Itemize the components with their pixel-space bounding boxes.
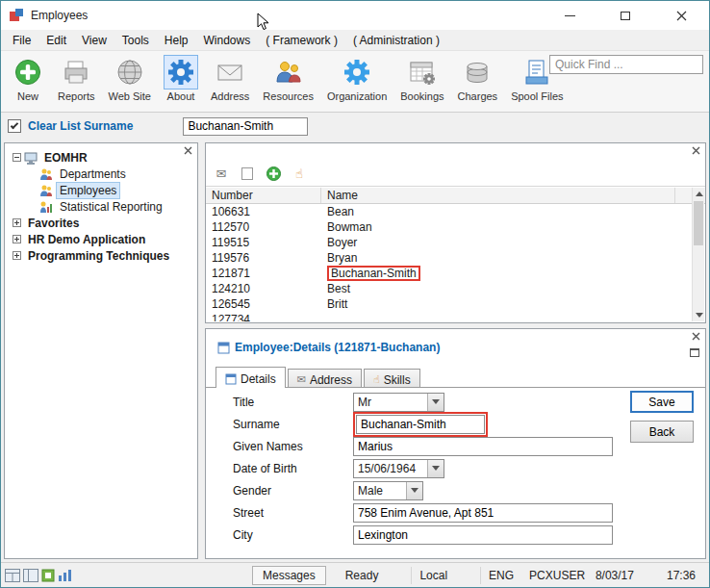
city-input[interactable] xyxy=(353,525,613,545)
close-icon[interactable] xyxy=(184,146,192,155)
about-button[interactable]: About xyxy=(158,55,204,103)
about-gear-icon xyxy=(165,56,197,89)
bookings-button[interactable]: Bookings xyxy=(393,55,450,103)
column-header-number[interactable]: Number xyxy=(206,188,321,203)
chart-icon[interactable] xyxy=(58,569,73,582)
messages-button[interactable]: Messages xyxy=(252,566,326,585)
street-input[interactable] xyxy=(353,503,613,523)
scroll-down-icon[interactable] xyxy=(693,309,705,321)
table-row[interactable]: 119576Bryan xyxy=(206,250,692,266)
clear-list-surname-label: Clear List Surname xyxy=(28,119,133,133)
status-language: ENG xyxy=(480,567,521,584)
given-names-input[interactable] xyxy=(353,437,613,456)
table-row[interactable]: 119515Boyer xyxy=(206,235,692,250)
collapse-icon[interactable] xyxy=(13,153,21,162)
expand-icon[interactable] xyxy=(13,251,21,260)
details-tabs: Details ✉ Address ☝ Skills xyxy=(216,367,422,388)
hand-icon[interactable]: ☝ xyxy=(292,166,307,181)
close-icon[interactable] xyxy=(692,332,700,341)
tab-skills[interactable]: ☝ Skills xyxy=(364,369,420,388)
tab-address[interactable]: ✉ Address xyxy=(288,369,362,388)
table-row[interactable]: 126545Britt xyxy=(206,296,692,312)
close-icon[interactable] xyxy=(692,146,700,155)
sidebar-item-hr-demo-application[interactable]: HR Demo Application xyxy=(5,231,197,247)
table-row-selected[interactable]: 121871Buchanan-Smith xyxy=(206,266,692,281)
surname-filter-input[interactable] xyxy=(183,117,308,136)
sidebar-item-favorites[interactable]: Favorites xyxy=(5,215,197,231)
scroll-up-icon[interactable] xyxy=(693,188,705,200)
add-icon[interactable] xyxy=(266,166,281,181)
web-site-button[interactable]: Web Site xyxy=(102,55,158,103)
date-of-birth-select[interactable]: 15/06/1964 xyxy=(353,459,444,478)
chevron-down-icon[interactable] xyxy=(406,482,422,499)
form-icon xyxy=(225,373,237,385)
status-time: 17:36 xyxy=(667,569,696,582)
resources-button[interactable]: Resources xyxy=(256,55,320,103)
menu-item-administration[interactable]: ( Administration ) xyxy=(345,31,447,50)
table-row[interactable]: 124210Best xyxy=(206,281,692,296)
details-panel-title: Employee:Details (121871-Buchanan) xyxy=(235,341,440,354)
menu-item-windows[interactable]: Windows xyxy=(196,31,259,50)
menu-item-help[interactable]: Help xyxy=(157,31,196,50)
menu-item-edit[interactable]: Edit xyxy=(38,31,74,50)
list-toolbar: ✉ ☝ xyxy=(214,163,307,184)
mail-icon[interactable]: ✉ xyxy=(214,166,229,181)
highlight-annotation xyxy=(353,412,488,437)
sidebar-item-eomhr[interactable]: EOMHR xyxy=(5,149,197,166)
restore-icon[interactable] xyxy=(690,348,699,357)
minimize-button[interactable] xyxy=(542,1,597,30)
table-row[interactable]: 127734 xyxy=(206,312,692,321)
column-header-name[interactable]: Name xyxy=(321,188,675,203)
title-select[interactable]: Mr xyxy=(353,393,444,412)
new-button[interactable]: New xyxy=(5,55,51,103)
vertical-scrollbar[interactable] xyxy=(692,188,704,321)
main-area: EOMHR Departments Employees Statistical … xyxy=(1,140,709,562)
back-button[interactable]: Back xyxy=(630,421,694,443)
app-icon xyxy=(9,8,24,23)
chevron-down-icon[interactable] xyxy=(427,394,444,411)
tab-details[interactable]: Details xyxy=(216,367,286,388)
expand-icon[interactable] xyxy=(13,218,21,227)
new-plus-icon xyxy=(12,56,44,89)
sidebar-item-departments[interactable]: Departments xyxy=(5,166,197,182)
sidebar-item-statistical-reporting[interactable]: Statistical Reporting xyxy=(5,198,197,215)
clear-list-checkbox[interactable] xyxy=(8,119,21,133)
table-row[interactable]: 112570Bowman xyxy=(206,219,692,235)
reports-button[interactable]: Reports xyxy=(51,55,102,103)
window-split-icon[interactable] xyxy=(23,569,38,582)
employee-details-panel: Employee:Details (121871-Buchanan) Detai… xyxy=(205,328,706,559)
gender-select[interactable]: Male xyxy=(353,481,423,500)
status-ready: Ready xyxy=(338,567,387,584)
new-window-icon[interactable] xyxy=(240,166,255,181)
menu-item-tools[interactable]: Tools xyxy=(114,31,157,50)
status-green-icon[interactable] xyxy=(41,569,55,582)
chevron-down-icon[interactable] xyxy=(427,460,444,477)
menu-item-framework[interactable]: ( Framework ) xyxy=(258,31,345,50)
surname-input[interactable] xyxy=(356,415,485,434)
scrollbar-thumb[interactable] xyxy=(694,201,703,245)
table-row[interactable]: 106631Bean xyxy=(206,204,692,219)
close-button[interactable] xyxy=(653,1,709,30)
organization-button[interactable]: Organization xyxy=(320,55,393,103)
menu-item-file[interactable]: File xyxy=(5,31,38,50)
field-label-street: Street xyxy=(233,506,353,520)
maximize-button[interactable] xyxy=(597,1,653,30)
save-button[interactable]: Save xyxy=(630,391,694,413)
divider xyxy=(206,186,705,187)
address-button[interactable]: Address xyxy=(204,55,256,103)
envelope-icon: ✉ xyxy=(297,373,306,386)
quick-find-input[interactable] xyxy=(549,55,703,74)
people-icon xyxy=(39,184,53,197)
status-date: 8/03/17 xyxy=(596,569,634,582)
field-label-given-names: Given Names xyxy=(233,440,353,453)
sidebar-item-employees[interactable]: Employees xyxy=(5,182,197,198)
charges-button[interactable]: Charges xyxy=(451,55,505,103)
organization-gear-icon xyxy=(341,56,373,89)
window-tiles-icon[interactable] xyxy=(5,569,20,582)
expand-icon[interactable] xyxy=(13,235,21,243)
highlight-annotation: Buchanan-Smith xyxy=(327,266,420,281)
employee-list-panel: ✉ ☝ Number Name 106631Bean 112570Bowman … xyxy=(205,142,706,323)
statusbar: Messages Ready Local ENG PCXUSER 8/03/17… xyxy=(1,562,709,587)
menu-item-view[interactable]: View xyxy=(74,31,114,50)
sidebar-item-programming-techniques[interactable]: Programming Techniques xyxy=(5,247,197,264)
